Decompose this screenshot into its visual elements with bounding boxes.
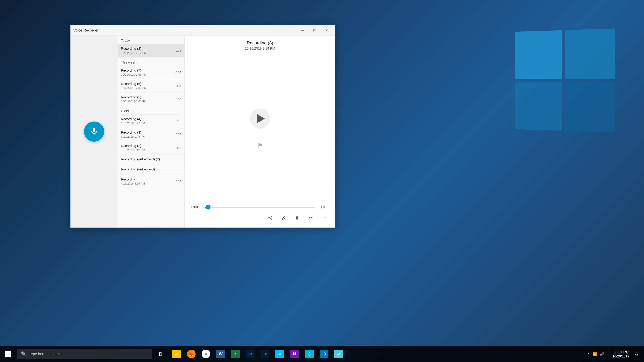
player-title: Recording (8) — [245, 40, 275, 45]
network-icon[interactable]: 📶 — [592, 352, 597, 356]
taskbar-app-lightroom[interactable]: Lr — [258, 346, 272, 362]
windows-logo-decoration — [513, 30, 614, 131]
word-icon: W — [216, 350, 225, 358]
search-icon: 🔍 — [21, 351, 27, 357]
taskbar-search[interactable]: 🔍 Type here to search — [18, 349, 152, 359]
section-today: Today — [118, 36, 184, 44]
list-item[interactable]: Recording (3) 6/10/2019 1:45 PM 0:03 — [118, 128, 184, 141]
recording-name: Recording (8) — [121, 47, 176, 51]
recording-duration: 0:03 — [176, 133, 181, 136]
firefox-icon: 🦊 — [187, 350, 196, 358]
notification-button[interactable]: 🗨 — [632, 346, 641, 362]
recording-date: 10/21/2019 2:02 PM — [121, 100, 176, 103]
taskbar-clock[interactable]: 2:19 PM 10/26/2019 — [610, 350, 632, 358]
speed-icon — [308, 215, 313, 220]
list-item[interactable]: Recording (8) 10/26/2019 2:19 PM 0:03 — [118, 44, 184, 57]
maximize-button[interactable]: □ — [308, 25, 320, 36]
taskbar-separator — [608, 349, 608, 359]
sidebar — [70, 36, 118, 227]
taskbar-time: 2:19 PM — [614, 350, 629, 355]
recording-duration: 0:04 — [176, 180, 181, 183]
taskbar-app-misc2[interactable]: ⬡ — [317, 346, 332, 362]
trim-icon — [281, 215, 286, 220]
progress-thumb[interactable] — [206, 205, 210, 210]
share-button[interactable] — [266, 213, 275, 222]
taskbar-right: ∧ 📶 🔊 2:19 PM 10/26/2019 🗨 — [584, 346, 644, 362]
taskbar-app-firefox[interactable]: 🦊 — [184, 346, 198, 362]
taskbar-app-misc3[interactable]: ◈ — [332, 346, 346, 362]
more-button[interactable]: ⋯ — [319, 213, 328, 222]
recording-name: Recording (5) — [121, 95, 176, 99]
list-item[interactable]: Recording (autosaved) — [118, 165, 184, 175]
delete-button[interactable] — [292, 213, 302, 222]
list-item[interactable]: Recording (autosaved) (2) — [118, 155, 184, 165]
taskbar-app-onenote[interactable]: N — [287, 346, 302, 362]
list-item[interactable]: Recording (4) 6/10/2019 1:47 PM 0:02 — [118, 114, 184, 128]
chrome-icon: ● — [202, 350, 210, 358]
share-icon — [268, 215, 272, 220]
system-icons: ∧ 📶 🔊 — [584, 352, 607, 356]
list-item[interactable]: Recording 4/16/2016 8:29 AM 0:04 — [118, 175, 184, 188]
section-this-week: This week — [118, 57, 184, 66]
taskbar-app-misc1[interactable]: ⬡ — [302, 346, 317, 362]
misc1-icon: ⬡ — [305, 350, 314, 358]
taskbar-app-explorer[interactable]: 📁 — [169, 346, 184, 362]
player-date: 10/26/2019 2:19 PM — [245, 46, 275, 50]
close-button[interactable]: ✕ — [320, 25, 332, 36]
minimize-button[interactable]: — — [296, 25, 308, 36]
recording-name: Recording (6) — [121, 82, 176, 86]
list-item[interactable]: Recording (2) 6/10/2019 1:42 PM 0:02 — [118, 141, 184, 155]
recording-name: Recording (3) — [121, 131, 176, 134]
recording-name: Recording (7) — [121, 68, 176, 72]
trim-button[interactable] — [279, 213, 288, 222]
play-button[interactable] — [250, 109, 270, 129]
list-item[interactable]: Recording (6) 10/21/2019 2:07 PM 0:04 — [118, 79, 184, 93]
misc2-icon: ⬡ — [320, 350, 328, 358]
flag-icon: ⚑ — [257, 142, 263, 149]
total-time: 0:03 — [318, 205, 328, 209]
taskbar-app-photoshop[interactable]: Ps — [243, 346, 258, 362]
app-title: Voice Recorder — [73, 28, 296, 32]
player-center: ⚑ — [185, 52, 335, 205]
lightroom-icon: Lr — [260, 350, 269, 358]
windows-start-icon — [4, 350, 12, 358]
task-view-icon: ⧉ — [156, 350, 165, 358]
photoshop-icon: Ps — [246, 350, 254, 358]
recording-date: 6/10/2019 1:47 PM — [121, 122, 176, 125]
chevron-up-icon[interactable]: ∧ — [587, 352, 590, 356]
excel-icon: X — [231, 350, 240, 358]
speed-button[interactable] — [306, 213, 315, 222]
progress-bar-row: 0:00 0:03 — [191, 205, 328, 209]
misc3-icon: ◈ — [334, 350, 343, 358]
list-item[interactable]: Recording (7) 10/21/2019 2:53 PM 0:05 — [118, 66, 184, 79]
section-older: Older — [118, 106, 184, 114]
notification-icon: 🗨 — [634, 351, 639, 357]
record-button[interactable] — [84, 121, 104, 142]
recording-duration: 0:03 — [176, 98, 181, 101]
taskbar-app-word[interactable]: W — [213, 346, 228, 362]
progress-track[interactable] — [205, 207, 315, 208]
taskbar-app-taskview[interactable]: ⧉ — [153, 346, 168, 362]
taskbar-apps: 📁 🦊 ● W X Ps Lr — [169, 346, 346, 362]
recording-name: Recording — [121, 177, 176, 181]
onenote-icon: N — [290, 350, 299, 358]
recording-date: 10/21/2019 2:53 PM — [121, 73, 176, 76]
volume-icon[interactable]: 🔊 — [600, 352, 604, 356]
delete-icon — [295, 215, 299, 220]
start-button[interactable] — [0, 346, 16, 362]
player-controls: ⋯ — [191, 213, 328, 222]
window-controls: — □ ✕ — [296, 25, 332, 36]
desktop: Voice Recorder — □ ✕ Today — [0, 0, 644, 362]
taskbar-date: 10/26/2019 — [612, 355, 629, 358]
app-body: Today Recording (8) 10/26/2019 2:19 PM 0… — [70, 36, 335, 227]
recording-list: Today Recording (8) 10/26/2019 2:19 PM 0… — [118, 36, 185, 227]
taskbar-app-chrome[interactable]: ● — [198, 346, 213, 362]
explorer-icon: 📁 — [172, 350, 181, 358]
search-placeholder: Type here to search — [29, 352, 62, 356]
recording-duration: 0:04 — [176, 84, 181, 88]
taskbar-app-malwarebytes[interactable]: M — [272, 346, 287, 362]
taskbar-app-excel[interactable]: X — [228, 346, 243, 362]
recording-duration: 0:05 — [176, 71, 181, 74]
list-item[interactable]: Recording (5) 10/21/2019 2:02 PM 0:03 — [118, 93, 184, 106]
recording-date: 4/16/2016 8:29 AM — [121, 182, 176, 185]
